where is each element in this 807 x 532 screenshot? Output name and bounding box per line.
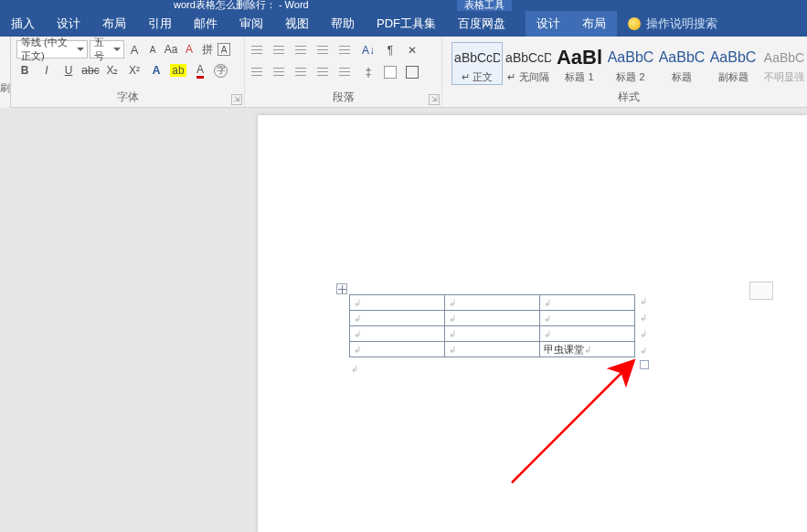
shrink-font-icon[interactable]: A bbox=[144, 41, 161, 58]
align-left-button[interactable] bbox=[250, 64, 267, 80]
align-right-button[interactable] bbox=[294, 64, 311, 80]
ribbon-tabs: 插入 设计 布局 引用 邮件 审阅 视图 帮助 PDF工具集 百度网盘 设计 布… bbox=[0, 11, 807, 37]
tab-design[interactable]: 设计 bbox=[46, 11, 91, 37]
format-painter-large[interactable]: 刷 bbox=[0, 37, 11, 108]
window-title: word表格怎么删除行： - Word bbox=[174, 0, 309, 10]
tab-insert[interactable]: 插入 bbox=[0, 11, 46, 37]
row-end-mark: ↲ bbox=[640, 296, 647, 306]
underline-button[interactable]: U bbox=[60, 62, 77, 79]
enclose-char-button[interactable]: 字 bbox=[214, 64, 228, 78]
bold-button[interactable]: B bbox=[16, 62, 33, 79]
search-placeholder: 操作说明搜索 bbox=[646, 16, 717, 32]
margin-marker bbox=[749, 282, 773, 300]
indent-dec-button[interactable] bbox=[316, 42, 333, 59]
table-move-handle[interactable] bbox=[336, 283, 347, 294]
tab-view[interactable]: 视图 bbox=[274, 11, 320, 37]
clear-format-icon[interactable]: A bbox=[181, 41, 197, 58]
table-row[interactable]: ↲ ↲ ↲ bbox=[350, 311, 635, 326]
phonetic-icon[interactable]: 拼 bbox=[199, 41, 216, 58]
borders-button[interactable] bbox=[404, 64, 420, 80]
group-label-styles: 样式 bbox=[448, 90, 807, 107]
font-dialog-launcher[interactable]: ⇲ bbox=[231, 94, 242, 105]
superscript-button[interactable]: X² bbox=[126, 62, 143, 79]
grow-font-icon[interactable]: A bbox=[126, 41, 143, 58]
table-row[interactable]: ↲ ↲ ↲ bbox=[350, 326, 635, 342]
distribute-button[interactable] bbox=[338, 64, 355, 80]
font-size-combo[interactable]: 五号 bbox=[90, 40, 124, 59]
style-normal[interactable]: AaBbCcDc ↵ 正文 bbox=[451, 42, 503, 85]
ribbon: 等线 (中文正文) 五号 A A Aa A 拼 A B I U abc X₂ X… bbox=[11, 37, 807, 108]
table-row[interactable]: ↲ ↲ 甲虫课堂↲ bbox=[350, 342, 635, 357]
style-nospacing[interactable]: AaBbCcDc ↵ 无间隔 bbox=[503, 42, 554, 85]
char-border-icon[interactable]: A bbox=[218, 43, 230, 56]
row-end-mark: ↲ bbox=[640, 346, 647, 356]
tab-review[interactable]: 审阅 bbox=[228, 11, 274, 37]
group-styles: AaBbCcDc ↵ 正文 AaBbCcDc ↵ 无间隔 AaBl 标题 1 A… bbox=[442, 37, 807, 107]
numbering-button[interactable] bbox=[272, 42, 289, 59]
multilevel-button[interactable] bbox=[294, 42, 311, 59]
line-spacing-button[interactable]: ‡ bbox=[360, 64, 377, 80]
title-bar: word表格怎么删除行： - Word bbox=[0, 0, 807, 11]
shading-button[interactable] bbox=[382, 64, 398, 80]
tab-baidu[interactable]: 百度网盘 bbox=[447, 11, 516, 37]
styles-gallery[interactable]: AaBbCcDc ↵ 正文 AaBbCcDc ↵ 无间隔 AaBl 标题 1 A… bbox=[448, 40, 807, 85]
asian-layout-button[interactable]: ✕ bbox=[404, 42, 420, 59]
bullets-button[interactable] bbox=[250, 42, 267, 59]
tab-pdftools[interactable]: PDF工具集 bbox=[366, 11, 447, 37]
lightbulb-icon bbox=[628, 17, 641, 30]
group-label-font: 字体 bbox=[16, 90, 239, 107]
tab-help[interactable]: 帮助 bbox=[320, 11, 366, 37]
font-family-combo[interactable]: 等线 (中文正文) bbox=[16, 40, 88, 59]
italic-button[interactable]: I bbox=[38, 62, 55, 79]
sort-button[interactable]: A↓ bbox=[360, 42, 377, 59]
row-end-mark: ↲ bbox=[640, 329, 647, 339]
table-resize-handle[interactable] bbox=[640, 360, 649, 369]
align-center-button[interactable] bbox=[272, 64, 289, 80]
indent-inc-button[interactable] bbox=[338, 42, 355, 59]
style-title[interactable]: AaBbC 标题 bbox=[656, 42, 707, 85]
tab-mailings[interactable]: 邮件 bbox=[183, 11, 228, 37]
tab-table-layout[interactable]: 布局 bbox=[571, 11, 617, 37]
table-row[interactable]: ↲ ↲ ↲ bbox=[350, 295, 635, 311]
strike-button[interactable]: abc bbox=[82, 62, 99, 79]
tab-layout[interactable]: 布局 bbox=[91, 11, 137, 37]
highlight-button[interactable]: ab bbox=[170, 62, 186, 79]
style-subtitle[interactable]: AaBbC 副标题 bbox=[707, 42, 759, 85]
change-case-icon[interactable]: Aa bbox=[163, 41, 179, 58]
show-marks-button[interactable]: ¶ bbox=[382, 42, 398, 59]
workspace: ↲ ↲ ↲ ↲ ↲ ↲ ↲ ↲ ↲ ↲ ↲ 甲虫课堂↲ ↲ ↲ ↲ ↲ ↲ bbox=[0, 108, 807, 532]
subscript-button[interactable]: X₂ bbox=[104, 62, 121, 79]
group-font: 等线 (中文正文) 五号 A A Aa A 拼 A B I U abc X₂ X… bbox=[11, 37, 245, 107]
tab-references[interactable]: 引用 bbox=[137, 11, 183, 37]
tab-table-design[interactable]: 设计 bbox=[526, 11, 571, 37]
align-justify-button[interactable] bbox=[316, 64, 333, 80]
tell-me-search[interactable]: 操作说明搜索 bbox=[617, 11, 728, 37]
group-label-paragraph: 段落 bbox=[250, 90, 436, 107]
style-heading1[interactable]: AaBl 标题 1 bbox=[554, 42, 605, 85]
font-color-button[interactable]: A bbox=[192, 62, 208, 79]
style-heading2[interactable]: AaBbC 标题 2 bbox=[605, 42, 656, 85]
style-subtle[interactable]: AaBbC 不明显强 bbox=[759, 42, 807, 85]
group-paragraph: A↓ ¶ ✕ ‡ 段落 ⇲ bbox=[245, 37, 442, 107]
paragraph-dialog-launcher[interactable]: ⇲ bbox=[429, 94, 440, 105]
text-effects-button[interactable]: A bbox=[148, 62, 165, 79]
para-mark: ↲ bbox=[351, 364, 358, 374]
contextual-tool-label: 表格工具 bbox=[457, 0, 512, 11]
row-end-mark: ↲ bbox=[640, 313, 647, 323]
document-table[interactable]: ↲ ↲ ↲ ↲ ↲ ↲ ↲ ↲ ↲ ↲ ↲ 甲虫课堂↲ bbox=[349, 294, 635, 357]
cell-text: 甲虫课堂 bbox=[544, 344, 584, 355]
